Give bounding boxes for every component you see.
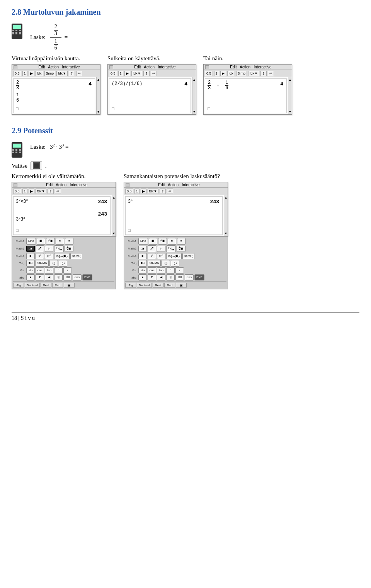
btn-play-4[interactable]: ▶ (29, 189, 34, 194)
key-tan-2[interactable]: tan (157, 267, 165, 274)
close-icon-2[interactable] (109, 65, 113, 69)
key-tan[interactable]: tan (45, 267, 53, 274)
key-parens-2[interactable]: ( ) (171, 260, 179, 266)
key-solve[interactable]: solve( (70, 253, 82, 259)
btn-fdx[interactable]: fdx (36, 71, 43, 76)
btn-arrows2-3[interactable]: ⇔ (268, 71, 274, 76)
key-left[interactable]: ◀ (45, 274, 53, 280)
btn-play-2[interactable]: ▶ (124, 71, 130, 76)
scrollbar-4[interactable]: ▲ ▼ (112, 195, 116, 236)
key-x2-2[interactable]: x² (148, 253, 156, 259)
btn-1-2[interactable]: 1 (118, 71, 123, 76)
key-alg[interactable]: Alg (13, 283, 24, 288)
key-copy-2[interactable]: ⎘ (166, 274, 175, 280)
key-sqrt[interactable]: √▣ (46, 238, 54, 244)
key-braces[interactable]: { } (49, 260, 58, 266)
btn-05-4[interactable]: 0.5 (13, 189, 21, 194)
btn-1[interactable]: 1 (22, 71, 27, 76)
btn-05-3[interactable]: 0.5 (205, 71, 213, 76)
key-cos-2[interactable]: cos (148, 267, 156, 274)
key-real[interactable]: Real (41, 283, 51, 288)
key-sin[interactable]: sin (26, 267, 35, 274)
key-alg-2[interactable]: Alg (125, 283, 136, 288)
key-kbd-icon[interactable]: ▣ (64, 283, 75, 288)
key-real-2[interactable]: Real (153, 283, 163, 288)
calc-window-1[interactable]: Edit Action Interactive 0.5 1 ▶ fdx Simp… (12, 64, 100, 115)
scrollbar-5[interactable]: ▲ ▼ (224, 195, 228, 236)
btn-arrows-4[interactable]: ⇕ (48, 189, 54, 194)
key-exe[interactable]: EXE (82, 274, 92, 280)
key-cos[interactable]: cos (36, 267, 44, 274)
key-arrow[interactable]: ⇒ (65, 238, 73, 244)
key-line[interactable]: Line (26, 238, 36, 244)
scrollbar-1[interactable]: ▲ ▼ (96, 77, 100, 114)
key-log10[interactable]: log₁₀(▣) (54, 253, 70, 259)
btn-play-3[interactable]: ▶ (220, 71, 226, 76)
key-pi[interactable]: π (56, 238, 64, 244)
key-todms-2[interactable]: toDMS (148, 260, 161, 266)
key-down-2[interactable]: ▼ (148, 274, 156, 280)
key-sqrt-2[interactable]: √▣ (158, 238, 167, 244)
close-icon-5[interactable] (126, 183, 129, 187)
btn-play[interactable]: ▶ (29, 71, 34, 76)
key-sqfrac-2[interactable]: □■ (138, 246, 147, 252)
key-rad-r[interactable]: r (63, 267, 72, 274)
key-copy[interactable]: ⎘ (54, 274, 63, 280)
key-paste[interactable]: ⌧ (63, 274, 72, 280)
key-braces-2[interactable]: { } (162, 260, 170, 266)
valitse-icon-button[interactable] (31, 161, 42, 170)
key-parens[interactable]: ( ) (59, 260, 67, 266)
key-ln[interactable]: ln (45, 246, 53, 252)
btn-fdx2[interactable]: fdx▼ (56, 71, 68, 76)
calc-window-4[interactable]: Edit Action Interactive 0.5 1 ▶ fdx▼ ⇕ ⇔… (12, 182, 116, 236)
btn-1-3[interactable]: 1 (214, 71, 219, 76)
btn-05-5[interactable]: 0.5 (125, 189, 133, 194)
key-paste-2[interactable]: ⌧ (175, 274, 184, 280)
btn-fdx-2[interactable]: fdx▼ (131, 71, 143, 76)
key-left-2[interactable]: ◀ (157, 274, 165, 280)
scrollbar-3[interactable]: ▲ ▼ (288, 77, 292, 114)
btn-1-4[interactable]: 1 (22, 189, 27, 194)
key-rad-2[interactable]: Rad (164, 283, 175, 288)
key-exe-2[interactable]: EXE (194, 274, 204, 280)
key-line-2[interactable]: Line (138, 238, 148, 244)
key-e[interactable]: e■ (36, 245, 44, 252)
key-ans[interactable]: ans (73, 274, 82, 280)
btn-arrows2-4[interactable]: ⇔ (55, 189, 61, 194)
key-ans-2[interactable]: ans (185, 274, 194, 280)
calc-window-2[interactable]: Edit Action Interactive 0.5 1 ▶ fdx▼ ⇕ ⇔… (107, 64, 196, 115)
calc-window-3[interactable]: Edit Action Interactive 0.5 1 ▶ fdx Simp… (203, 64, 292, 115)
btn-fdx-5[interactable]: fdx▼ (148, 189, 159, 194)
scrollbar-2[interactable]: ▲ ▼ (192, 77, 196, 114)
key-log-2[interactable]: log■ (166, 245, 176, 252)
btn-arrows2-5[interactable]: ⇔ (167, 189, 173, 194)
key-down[interactable]: ▼ (36, 274, 44, 280)
key-ln-2[interactable]: ln (157, 246, 165, 252)
close-icon-3[interactable] (205, 65, 209, 69)
key-kbd-icon-2[interactable]: ▣ (176, 283, 187, 288)
btn-05-2[interactable]: 0.5 (109, 71, 117, 76)
key-x2[interactable]: x² (36, 253, 44, 259)
key-rad-r-2[interactable]: r (175, 267, 184, 274)
key-sqsq-2[interactable]: ■□ (138, 260, 147, 266)
close-icon-4[interactable] (14, 183, 17, 187)
btn-arrows-3[interactable]: ⇕ (260, 71, 267, 76)
btn-fdx2-3[interactable]: fdx▼ (248, 71, 259, 76)
key-log[interactable]: log■ (54, 245, 64, 252)
key-print-2[interactable]: ▣ (149, 238, 157, 244)
key-pi-2[interactable]: π (168, 238, 176, 244)
key-sqfrac[interactable]: □■ (26, 246, 35, 252)
btn-1-5[interactable]: 1 (134, 189, 140, 194)
key-rad[interactable]: Rad (52, 283, 63, 288)
btn-arrows-2[interactable]: ⇕ (143, 71, 150, 76)
key-todms[interactable]: toDMS (36, 260, 49, 266)
close-icon[interactable] (14, 65, 17, 69)
key-log10-2[interactable]: log₁₀(▣) (166, 253, 182, 259)
btn-arrows2-2[interactable]: ⇔ (151, 71, 157, 76)
key-root4-2[interactable]: ∜▣ (177, 246, 186, 252)
key-up-2[interactable]: ▲ (138, 274, 147, 280)
btn-fdx-4[interactable]: fdx▼ (36, 189, 47, 194)
key-decimal[interactable]: Decimal (25, 283, 40, 288)
key-e-2[interactable]: e■ (148, 245, 156, 252)
key-solve-2[interactable]: solve( (182, 253, 194, 259)
